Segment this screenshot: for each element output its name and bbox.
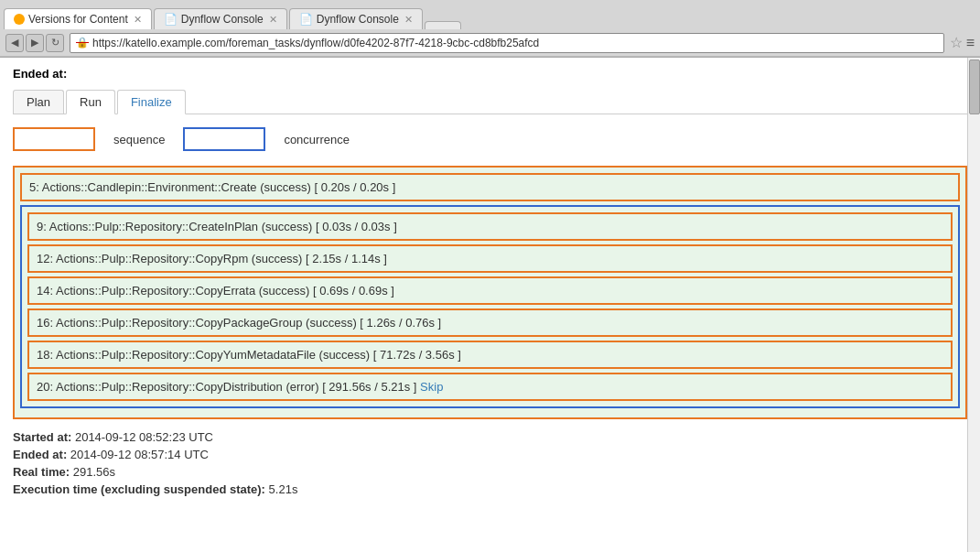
tab-run[interactable]: Run bbox=[66, 90, 115, 114]
tab-close-versions[interactable]: ✕ bbox=[134, 14, 142, 26]
tab-doc-icon-1: 📄 bbox=[164, 13, 178, 26]
started-at-label: Started at: bbox=[13, 430, 71, 444]
action-5-text: 5: Actions::Candlepin::Environment::Crea… bbox=[29, 180, 395, 194]
legend-sequence-label: sequence bbox=[113, 133, 165, 146]
action-14-text: 14: Actions::Pulp::Repository::CopyErrat… bbox=[37, 284, 394, 298]
skip-link[interactable]: Skip bbox=[420, 380, 443, 394]
action-item-18[interactable]: 18: Actions::Pulp::Repository::CopyYumMe… bbox=[27, 341, 953, 369]
tab-dynflow-1[interactable]: 📄 Dynflow Console ✕ bbox=[154, 8, 287, 29]
address-bar-row: ◀ ▶ ↻ 🔒 https://katello.example.com/fore… bbox=[0, 29, 980, 57]
tab-dynflow-2[interactable]: 📄 Dynflow Console ✕ bbox=[289, 8, 423, 29]
execution-time-label: Execution time (excluding suspended stat… bbox=[13, 482, 265, 496]
bookmark-star-icon[interactable]: ☆ bbox=[950, 34, 963, 51]
security-icon: 🔒 bbox=[76, 37, 89, 49]
forward-button[interactable]: ▶ bbox=[26, 34, 44, 52]
action-16-text: 16: Actions::Pulp::Repository::CopyPacka… bbox=[37, 316, 441, 330]
nested-concurrence-container: 9: Actions::Pulp::Repository::CreateInPl… bbox=[20, 205, 960, 408]
action-item-9[interactable]: 9: Actions::Pulp::Repository::CreateInPl… bbox=[27, 212, 953, 241]
page-content: Ended at: Plan Run Finalize sequence con… bbox=[0, 58, 980, 552]
ended-at-detail-label: Ended at: bbox=[13, 448, 67, 461]
tab-doc-icon-2: 📄 bbox=[299, 13, 313, 26]
browser-menu-icon[interactable]: ≡ bbox=[966, 35, 975, 51]
reload-button[interactable]: ↻ bbox=[46, 34, 64, 52]
tabs-row: Plan Run Finalize bbox=[13, 90, 967, 114]
action-item-14[interactable]: 14: Actions::Pulp::Repository::CopyErrat… bbox=[27, 276, 953, 305]
action-12-text: 12: Actions::Pulp::Repository::CopyRpm (… bbox=[37, 252, 387, 265]
real-time-row: Real time: 291.56s bbox=[13, 465, 967, 479]
started-at-row: Started at: 2014-09-12 08:52:23 UTC bbox=[13, 430, 967, 444]
browser-chrome: Versions for Content ✕ 📄 Dynflow Console… bbox=[0, 0, 980, 58]
action-18-text: 18: Actions::Pulp::Repository::CopyYumMe… bbox=[37, 348, 461, 362]
action-item-5[interactable]: 5: Actions::Candlepin::Environment::Crea… bbox=[20, 173, 960, 201]
tab-close-dynflow-2[interactable]: ✕ bbox=[404, 14, 413, 26]
ended-at-value: 2014-09-12 08:57:14 UTC bbox=[70, 448, 209, 461]
action-item-12[interactable]: 12: Actions::Pulp::Repository::CopyRpm (… bbox=[27, 244, 953, 273]
execution-time-row: Execution time (excluding suspended stat… bbox=[13, 482, 967, 496]
nav-buttons: ◀ ▶ ↻ bbox=[5, 34, 64, 52]
tab-finalize[interactable]: Finalize bbox=[117, 90, 186, 114]
action-item-20[interactable]: 20: Actions::Pulp::Repository::CopyDistr… bbox=[27, 373, 953, 401]
legend-sequence-box bbox=[13, 127, 95, 151]
legend-row: sequence concurrence bbox=[13, 127, 967, 151]
scrollbar-track[interactable] bbox=[967, 58, 980, 552]
tab-favicon-orange bbox=[14, 14, 25, 25]
tab-versions-for-content[interactable]: Versions for Content ✕ bbox=[4, 8, 152, 29]
scrollbar-thumb[interactable] bbox=[969, 60, 980, 114]
tab-label-dynflow-2: Dynflow Console bbox=[317, 13, 399, 26]
action-9-text: 9: Actions::Pulp::Repository::CreateInPl… bbox=[37, 220, 397, 233]
ended-at-label: Ended at: bbox=[13, 67, 967, 81]
action-item-16[interactable]: 16: Actions::Pulp::Repository::CopyPacka… bbox=[27, 308, 953, 337]
legend-concurrence-box bbox=[183, 127, 265, 151]
tab-label-versions: Versions for Content bbox=[28, 13, 128, 26]
real-time-label: Real time: bbox=[13, 465, 70, 479]
actions-outer-container: 5: Actions::Candlepin::Environment::Crea… bbox=[13, 166, 967, 419]
tab-label-dynflow-1: Dynflow Console bbox=[181, 13, 264, 26]
tab-bar: Versions for Content ✕ 📄 Dynflow Console… bbox=[0, 0, 980, 29]
tab-blank[interactable] bbox=[425, 21, 461, 29]
ended-at-row: Ended at: 2014-09-12 08:57:14 UTC bbox=[13, 448, 967, 461]
legend-concurrence-label: concurrence bbox=[284, 133, 350, 146]
real-time-value: 291.56s bbox=[73, 465, 115, 479]
tab-plan[interactable]: Plan bbox=[13, 90, 64, 114]
detail-section: Started at: 2014-09-12 08:52:23 UTC Ende… bbox=[13, 427, 967, 503]
back-button[interactable]: ◀ bbox=[5, 34, 24, 52]
execution-time-value: 5.21s bbox=[269, 482, 298, 496]
url-text: https://katello.example.com/foreman_task… bbox=[92, 37, 539, 49]
address-box[interactable]: 🔒 https://katello.example.com/foreman_ta… bbox=[70, 33, 944, 53]
action-20-text: 20: Actions::Pulp::Repository::CopyDistr… bbox=[37, 380, 416, 394]
started-at-value: 2014-09-12 08:52:23 UTC bbox=[75, 430, 213, 444]
tab-close-dynflow-1[interactable]: ✕ bbox=[269, 14, 277, 26]
